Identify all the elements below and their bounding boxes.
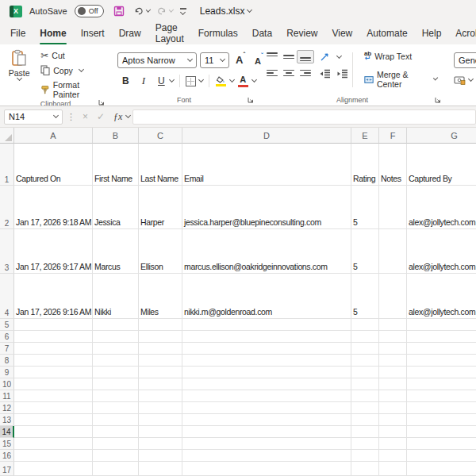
cell-A11[interactable] — [14, 390, 93, 402]
cell-F5[interactable] — [379, 319, 407, 331]
top-align-button[interactable] — [267, 52, 278, 61]
decrease-indent-button[interactable] — [319, 69, 331, 79]
tab-review[interactable]: Review — [279, 22, 324, 44]
save-button[interactable] — [111, 3, 127, 19]
clipboard-dialog-launcher-icon[interactable] — [98, 99, 105, 106]
cell-C2[interactable]: Harper — [139, 186, 182, 229]
copy-button[interactable]: Copy — [38, 64, 105, 76]
merge-center-dropdown-icon[interactable] — [432, 75, 438, 81]
font-dialog-launcher-icon[interactable] — [248, 97, 254, 103]
cell-F9[interactable] — [379, 367, 407, 378]
cell-E6[interactable] — [351, 331, 379, 343]
row-header-9[interactable]: 9 — [0, 367, 14, 378]
row-header-17[interactable]: 17 — [0, 462, 14, 476]
cell-F4[interactable] — [379, 274, 407, 319]
select-all-corner[interactable] — [0, 128, 14, 144]
cell-F7[interactable] — [379, 343, 407, 355]
cell-B11[interactable] — [93, 390, 139, 402]
cell-F13[interactable] — [379, 414, 407, 426]
cell-E14[interactable] — [351, 426, 379, 438]
document-title[interactable]: Leads.xlsx — [200, 6, 252, 17]
cell-B9[interactable] — [93, 367, 139, 378]
cell-B15[interactable] — [93, 438, 139, 450]
row-header-5[interactable]: 5 — [0, 319, 14, 331]
row-header-4[interactable]: 4 — [0, 274, 14, 319]
grow-font-button[interactable]: Aˆ — [232, 54, 248, 66]
cell-E7[interactable] — [351, 343, 379, 355]
cell-D9[interactable] — [182, 367, 351, 378]
bottom-align-button[interactable] — [297, 50, 314, 63]
cell-D2[interactable]: jessica.harper@bluepineconsulting.com — [182, 186, 351, 229]
cell-G4[interactable]: alex@jollytech.com — [407, 274, 476, 319]
align-left-button[interactable] — [267, 70, 278, 79]
cell-G1[interactable]: Captured By — [407, 144, 476, 186]
orientation-dropdown-icon[interactable] — [336, 52, 342, 58]
cell-C3[interactable]: Ellison — [139, 229, 182, 274]
cell-B3[interactable]: Marcus — [93, 229, 139, 274]
copy-dropdown-icon[interactable] — [79, 66, 84, 71]
cell-E11[interactable] — [351, 390, 379, 402]
format-painter-button[interactable]: Format Painter — [38, 79, 105, 100]
middle-align-button[interactable] — [283, 52, 294, 61]
cell-G12[interactable] — [407, 402, 476, 414]
row-header-6[interactable]: 6 — [0, 331, 14, 343]
tab-file[interactable]: File — [3, 22, 33, 44]
row-header-10[interactable]: 10 — [0, 378, 14, 390]
borders-dropdown-icon[interactable] — [198, 77, 204, 83]
cell-A13[interactable] — [14, 414, 93, 426]
accounting-format-button[interactable] — [454, 75, 466, 85]
cell-C17[interactable] — [139, 462, 182, 476]
cell-D6[interactable] — [182, 331, 351, 343]
row-header-13[interactable]: 13 — [0, 414, 14, 426]
cell-B14[interactable] — [93, 426, 139, 438]
row-header-1[interactable]: 1 — [0, 144, 14, 186]
column-header-E[interactable]: E — [351, 128, 379, 144]
column-header-C[interactable]: C — [139, 128, 182, 144]
cell-D14[interactable] — [182, 426, 351, 438]
filename-dropdown-icon[interactable] — [247, 7, 252, 13]
column-header-A[interactable]: A — [14, 128, 93, 144]
name-box-dropdown-icon[interactable] — [53, 113, 59, 118]
row-header-15[interactable]: 15 — [0, 438, 14, 450]
drag-handle-icon[interactable]: ⋮ — [65, 112, 77, 122]
cell-A4[interactable]: Jan 17, 2026 9:16 AM — [14, 274, 93, 319]
tab-data[interactable]: Data — [245, 22, 279, 44]
cell-C15[interactable] — [139, 438, 182, 450]
cell-D15[interactable] — [182, 438, 351, 450]
cell-D4[interactable]: nikki.m@goldenroad.com — [182, 274, 351, 319]
orientation-button[interactable] — [320, 52, 332, 62]
cell-C10[interactable] — [139, 378, 182, 390]
font-size-select[interactable]: 11 — [200, 52, 229, 68]
cell-B7[interactable] — [93, 343, 139, 355]
cell-G5[interactable] — [407, 319, 476, 331]
cell-A12[interactable] — [14, 402, 93, 414]
paste-button[interactable]: Paste — [5, 46, 33, 100]
cut-button[interactable]: ✂ Cut — [38, 50, 105, 61]
cell-F14[interactable] — [379, 426, 407, 438]
formula-input[interactable] — [132, 109, 476, 125]
formula-bar-dropdown-icon[interactable] — [125, 113, 131, 118]
cell-A10[interactable] — [14, 378, 93, 390]
cell-D7[interactable] — [182, 343, 351, 355]
cell-A3[interactable]: Jan 17, 2026 9:17 AM — [14, 229, 93, 274]
cell-F16[interactable] — [379, 450, 407, 462]
cell-E8[interactable] — [351, 355, 379, 367]
cell-F12[interactable] — [379, 402, 407, 414]
cell-B5[interactable] — [93, 319, 139, 331]
cell-E12[interactable] — [351, 402, 379, 414]
cell-G17[interactable] — [407, 462, 476, 476]
cell-C12[interactable] — [139, 402, 182, 414]
cell-C4[interactable]: Miles — [139, 274, 182, 319]
tab-draw[interactable]: Draw — [112, 22, 148, 44]
tab-formulas[interactable]: Formulas — [191, 22, 245, 44]
tab-home[interactable]: Home — [33, 22, 73, 44]
tab-help[interactable]: Help — [415, 22, 449, 44]
cell-G10[interactable] — [407, 378, 476, 390]
cell-B2[interactable]: Jessica — [93, 186, 139, 229]
cell-E3[interactable]: 5 — [351, 229, 379, 274]
cell-D16[interactable] — [182, 450, 351, 462]
cell-A16[interactable] — [14, 450, 93, 462]
borders-button[interactable] — [186, 76, 196, 86]
cell-E2[interactable]: 5 — [351, 186, 379, 229]
cell-A2[interactable]: Jan 17, 2026 9:18 AM — [14, 186, 93, 229]
